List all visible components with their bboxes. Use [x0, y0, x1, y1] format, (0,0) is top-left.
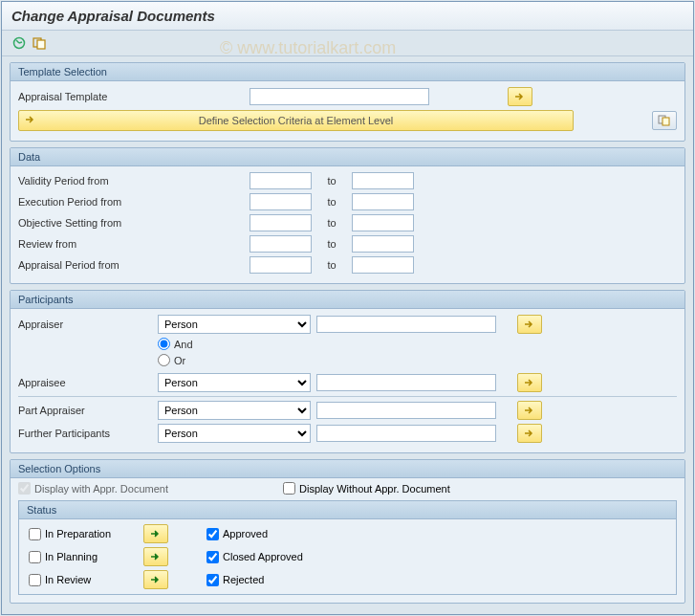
in-review-label: In Review	[45, 574, 91, 585]
group-title-data: Data	[11, 148, 684, 166]
in-preparation-checkbox[interactable]	[29, 528, 41, 540]
appraisal-template-label: Appraisal Template	[18, 91, 152, 102]
appraisal-period-to-label: to	[317, 259, 346, 271]
variants-icon[interactable]	[31, 34, 50, 52]
further-participants-more-button[interactable]	[517, 424, 542, 443]
svg-rect-4	[662, 118, 669, 125]
review-to-label: to	[317, 238, 346, 250]
content-area: Template Selection Appraisal Template	[2, 56, 693, 611]
part-appraiser-label: Part Appraiser	[18, 405, 152, 416]
display-without-doc-label[interactable]: Display Without Appr. Document	[283, 482, 450, 495]
participants-group: Participants Appraiser Person	[10, 290, 685, 453]
review-label: Review from	[18, 238, 166, 250]
approved-label: Approved	[223, 528, 268, 539]
part-appraiser-more-button[interactable]	[517, 401, 542, 420]
window-frame: Change Appraisal Documents Template Sele…	[1, 1, 694, 615]
toolbar	[2, 31, 693, 56]
group-title-template: Template Selection	[11, 63, 684, 81]
validity-from-input[interactable]	[250, 172, 312, 189]
objective-to-input[interactable]	[352, 214, 414, 231]
in-planning-more-button[interactable]	[143, 547, 168, 566]
appraisee-label: Appraisee	[18, 377, 152, 388]
and-radio[interactable]	[158, 338, 170, 350]
approved-checkbox[interactable]	[206, 528, 219, 540]
page-title: Change Appraisal Documents	[2, 2, 693, 31]
execution-to-input[interactable]	[352, 193, 414, 210]
appraisal-period-label: Appraisal Period from	[18, 259, 166, 271]
group-title-seloptions: Selection Options	[11, 460, 684, 478]
or-radio-label[interactable]: Or	[158, 354, 185, 366]
in-planning-label: In Planning	[45, 551, 98, 562]
appraisee-type-select[interactable]: Person	[158, 373, 311, 392]
review-from-input[interactable]	[250, 235, 312, 253]
group-title-participants: Participants	[11, 291, 684, 309]
further-participants-value-input[interactable]	[316, 425, 496, 442]
review-to-input[interactable]	[352, 235, 414, 253]
template-selection-group: Template Selection Appraisal Template	[10, 62, 685, 142]
further-participants-type-select[interactable]: Person	[158, 424, 311, 443]
appraiser-label: Appraiser	[18, 319, 152, 330]
part-appraiser-value-input[interactable]	[316, 402, 496, 419]
execution-label: Execution Period from	[18, 196, 166, 208]
objective-label: Objective Setting from	[18, 217, 166, 229]
in-preparation-label: In Preparation	[45, 528, 111, 539]
rejected-label: Rejected	[223, 574, 264, 585]
execution-to-label: to	[317, 196, 346, 208]
or-radio[interactable]	[158, 354, 170, 366]
appraisee-more-button[interactable]	[517, 373, 542, 392]
appraiser-type-select[interactable]: Person	[158, 315, 311, 334]
objective-from-input[interactable]	[250, 214, 312, 231]
part-appraiser-type-select[interactable]: Person	[158, 401, 311, 420]
validity-to-label: to	[317, 175, 346, 187]
validity-to-input[interactable]	[352, 172, 414, 189]
in-planning-checkbox[interactable]	[29, 551, 41, 563]
display-without-doc-checkbox[interactable]	[283, 482, 295, 495]
execution-from-input[interactable]	[250, 193, 312, 210]
closed-approved-checkbox[interactable]	[206, 551, 219, 563]
define-criteria-label: Define Selection Criteria at Element Lev…	[199, 115, 394, 126]
selection-options-group: Selection Options Display with Appr. Doc…	[10, 459, 685, 604]
appraisal-period-from-input[interactable]	[250, 256, 312, 274]
appraiser-value-input[interactable]	[316, 316, 496, 333]
display-with-doc-label[interactable]: Display with Appr. Document	[18, 482, 168, 495]
appraisee-value-input[interactable]	[316, 374, 496, 391]
appraisal-period-to-input[interactable]	[352, 256, 414, 274]
status-title: Status	[19, 501, 676, 519]
closed-approved-label: Closed Approved	[223, 551, 303, 562]
display-with-doc-checkbox	[18, 482, 31, 495]
in-preparation-more-button[interactable]	[143, 524, 168, 543]
define-criteria-button[interactable]: Define Selection Criteria at Element Lev…	[18, 110, 574, 131]
appraisal-template-input[interactable]	[250, 88, 429, 105]
objective-to-label: to	[317, 217, 346, 229]
template-more-button[interactable]	[508, 87, 532, 106]
in-review-checkbox[interactable]	[29, 574, 41, 586]
in-review-more-button[interactable]	[143, 570, 168, 589]
further-participants-label: Further Participants	[18, 428, 152, 439]
status-group: Status In Preparation	[18, 500, 677, 595]
execute-icon[interactable]	[10, 34, 29, 52]
svg-rect-2	[37, 40, 45, 49]
and-radio-label[interactable]: And	[158, 338, 193, 350]
data-group: Data Validity Period from to Execution P…	[10, 147, 685, 284]
validity-label: Validity Period from	[18, 175, 166, 187]
rejected-checkbox[interactable]	[206, 574, 219, 586]
appraiser-more-button[interactable]	[517, 315, 542, 334]
copy-criteria-button[interactable]	[652, 111, 677, 130]
